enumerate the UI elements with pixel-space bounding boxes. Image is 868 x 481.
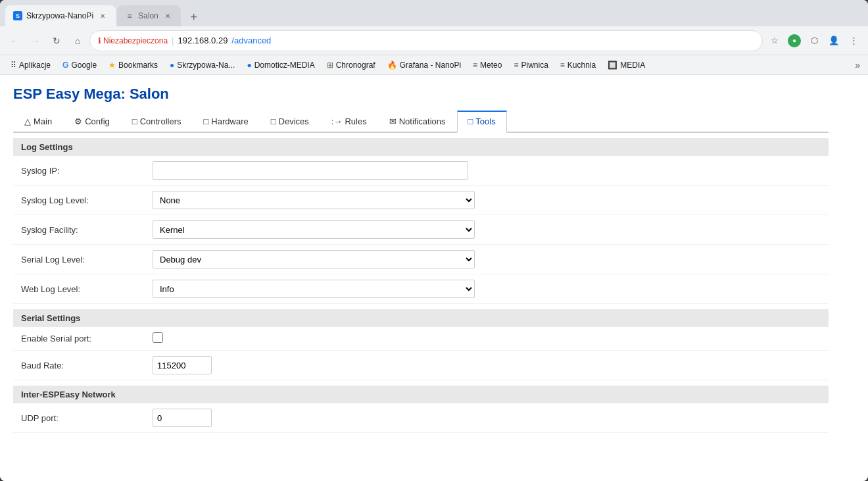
bookmark-skrzypowa[interactable]: ● Skrzypowa-Na... bbox=[164, 59, 240, 72]
tab-config-label: Config bbox=[85, 116, 110, 126]
tab-tools-label: Tools bbox=[475, 116, 495, 126]
hardware-icon: □ bbox=[203, 116, 208, 126]
inter-espeasy-header: Inter-ESPEasy Network bbox=[13, 386, 829, 403]
bookmark-media-label: MEDIA bbox=[620, 61, 645, 70]
piwnica-icon: ≡ bbox=[514, 61, 518, 70]
tab-label-2: Salon bbox=[138, 11, 158, 20]
forward-button[interactable]: → bbox=[26, 32, 45, 50]
syslog-log-level-label: Syslog Log Level: bbox=[13, 186, 145, 215]
address-icons: ☆ ● ⬡ 👤 ⋮ bbox=[765, 32, 863, 50]
syslog-ip-input[interactable] bbox=[153, 161, 468, 180]
bookmarks-bar: ⠿ Aplikacje G Google ★ Bookmarks ● Skrzy… bbox=[0, 55, 868, 75]
menu-button[interactable]: ⋮ bbox=[844, 32, 863, 50]
bookmarks-overflow-button[interactable]: » bbox=[852, 57, 863, 73]
rules-icon: :→ bbox=[331, 116, 343, 126]
url-separator: | bbox=[172, 36, 174, 45]
table-row: Syslog IP: bbox=[13, 156, 829, 186]
inter-espeasy-table: UDP port: bbox=[13, 403, 829, 433]
udp-port-cell bbox=[145, 403, 829, 433]
media-icon: 🔲 bbox=[608, 61, 617, 70]
insecure-label: Niezabezpieczona bbox=[103, 36, 168, 45]
enable-serial-label: Enable Serial port: bbox=[13, 327, 145, 351]
udp-port-input[interactable] bbox=[153, 409, 212, 427]
bookmark-star-button[interactable]: ☆ bbox=[765, 32, 784, 50]
tab-notifications[interactable]: ✉ Notifications bbox=[378, 111, 457, 132]
serial-log-level-label: Serial Log Level: bbox=[13, 245, 145, 274]
address-bar: ← → ↻ ⌂ ℹ Niezabezpieczona | 192.168.0.2… bbox=[0, 26, 868, 55]
baud-rate-cell bbox=[145, 351, 829, 380]
tab-devices-label: Devices bbox=[279, 116, 309, 126]
tab-controllers[interactable]: □ Controllers bbox=[121, 111, 193, 132]
tab-rules[interactable]: :→ Rules bbox=[320, 111, 378, 132]
web-log-level-select[interactable]: None Error Info Debug Debug dev bbox=[153, 280, 475, 298]
back-button[interactable]: ← bbox=[5, 32, 24, 50]
bookmark-media[interactable]: 🔲 MEDIA bbox=[602, 59, 650, 72]
tab-main-label: Main bbox=[34, 116, 52, 126]
domoticz-icon: ● bbox=[247, 61, 251, 70]
tab-salon[interactable]: ≡ Salon ✕ bbox=[117, 5, 181, 26]
tab-close-1[interactable]: ✕ bbox=[97, 11, 108, 21]
log-settings-table: Syslog IP: Syslog Log Level: None Error … bbox=[13, 156, 829, 304]
baud-rate-label: Baud Rate: bbox=[13, 351, 145, 380]
profile-button[interactable]: ● bbox=[785, 32, 804, 50]
bookmark-bookmarks[interactable]: ★ Bookmarks bbox=[103, 59, 163, 72]
bookmark-skrzypowa-label: Skrzypowa-Na... bbox=[177, 61, 235, 70]
tab-skrzypowa[interactable]: S Skrzypowa-NanoPi ✕ bbox=[5, 5, 116, 26]
user-button[interactable]: 👤 bbox=[825, 32, 843, 50]
syslog-facility-select[interactable]: Kernel User Mail Daemon Auth bbox=[153, 220, 475, 239]
bookmark-bookmarks-label: Bookmarks bbox=[118, 61, 158, 70]
insecure-indicator: ℹ Niezabezpieczona bbox=[98, 36, 168, 45]
bookmark-domoticz[interactable]: ● Domoticz-MEDIA bbox=[241, 59, 320, 72]
bookmark-chronograf[interactable]: ⊞ Chronograf bbox=[322, 59, 381, 72]
tab-label-1: Skrzypowa-NanoPi bbox=[26, 11, 93, 20]
url-path: /advanced bbox=[231, 36, 271, 45]
url-base: 192.168.0.29 bbox=[178, 36, 228, 45]
chronograf-icon: ⊞ bbox=[327, 61, 333, 70]
new-tab-button[interactable]: + bbox=[185, 8, 203, 26]
info-icon: ℹ bbox=[98, 36, 101, 45]
cast-button[interactable]: ⬡ bbox=[805, 32, 823, 50]
url-bar[interactable]: ℹ Niezabezpieczona | 192.168.0.29 /advan… bbox=[89, 30, 763, 51]
table-row: Web Log Level: None Error Info Debug Deb… bbox=[13, 274, 829, 304]
nav-tabs: △ Main ⚙ Config □ Controllers □ Hardware… bbox=[13, 111, 829, 133]
serial-settings-header: Serial Settings bbox=[13, 309, 829, 327]
google-icon: G bbox=[62, 61, 68, 70]
tab-bar: S Skrzypowa-NanoPi ✕ ≡ Salon ✕ + bbox=[0, 0, 868, 26]
tab-hardware-label: Hardware bbox=[211, 116, 248, 126]
bookmark-google-label: Google bbox=[71, 61, 97, 70]
enable-serial-cell bbox=[145, 327, 829, 351]
grafana-icon: 🔥 bbox=[387, 61, 397, 70]
bookmark-piwnica[interactable]: ≡ Piwnica bbox=[508, 59, 553, 72]
tab-devices[interactable]: □ Devices bbox=[260, 111, 320, 132]
controllers-icon: □ bbox=[132, 116, 137, 126]
tab-main[interactable]: △ Main bbox=[13, 111, 63, 132]
tab-close-2[interactable]: ✕ bbox=[162, 11, 173, 21]
esp-page: ESP Easy Mega: Salon △ Main ⚙ Config □ C… bbox=[0, 75, 842, 443]
main-icon: △ bbox=[24, 116, 31, 126]
profile-avatar: ● bbox=[788, 34, 801, 47]
home-button[interactable]: ⌂ bbox=[68, 32, 87, 50]
notifications-icon: ✉ bbox=[389, 116, 397, 126]
serial-log-level-select[interactable]: None Error Info Debug Debug dev bbox=[153, 250, 475, 268]
enable-serial-checkbox[interactable] bbox=[153, 332, 163, 343]
meteo-icon: ≡ bbox=[473, 61, 477, 70]
tab-hardware[interactable]: □ Hardware bbox=[192, 111, 259, 132]
syslog-log-level-select[interactable]: None Error Info Debug Debug dev bbox=[153, 191, 475, 209]
tab-config[interactable]: ⚙ Config bbox=[63, 111, 121, 132]
bookmark-grafana[interactable]: 🔥 Grafana - NanoPi bbox=[382, 59, 466, 72]
web-log-level-cell: None Error Info Debug Debug dev bbox=[145, 274, 829, 304]
web-log-level-label: Web Log Level: bbox=[13, 274, 145, 304]
table-row: Syslog Log Level: None Error Info Debug … bbox=[13, 186, 829, 215]
bookmark-piwnica-label: Piwnica bbox=[521, 61, 548, 70]
bookmark-google[interactable]: G Google bbox=[57, 59, 102, 72]
bookmark-chronograf-label: Chronograf bbox=[336, 61, 375, 70]
bookmark-domoticz-label: Domoticz-MEDIA bbox=[254, 61, 315, 70]
reload-button[interactable]: ↻ bbox=[47, 32, 66, 50]
tab-tools[interactable]: □ Tools bbox=[457, 111, 507, 133]
bookmark-aplikacje[interactable]: ⠿ Aplikacje bbox=[5, 59, 56, 72]
baud-rate-input[interactable] bbox=[153, 356, 212, 374]
syslog-ip-cell bbox=[145, 156, 829, 186]
page-title: ESP Easy Mega: Salon bbox=[13, 86, 829, 103]
bookmark-kuchnia[interactable]: ≡ Kuchnia bbox=[555, 59, 601, 72]
bookmark-meteo[interactable]: ≡ Meteo bbox=[468, 59, 507, 72]
